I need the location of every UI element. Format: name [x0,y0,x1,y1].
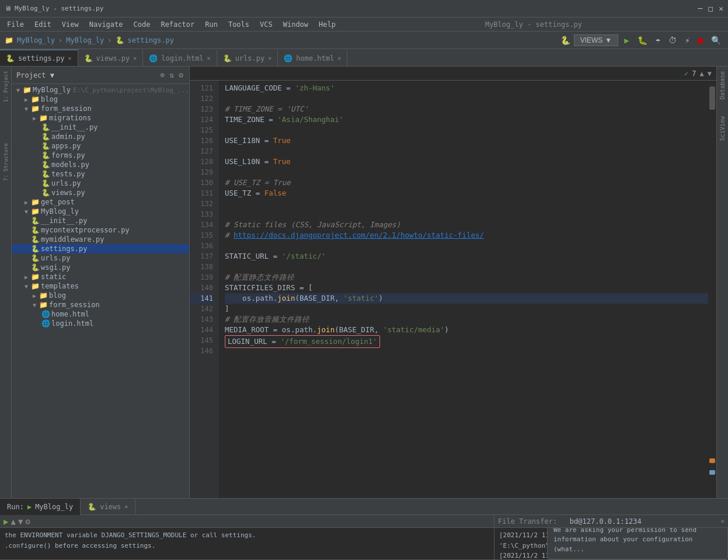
code-line-136 [225,241,708,251]
maximize-btn[interactable]: □ [708,4,713,13]
code-line-124: TIME_ZONE = 'Asia/Shanghai' [225,114,708,125]
close-btn[interactable]: ✕ [719,4,723,13]
database-label[interactable]: Database [719,71,726,99]
bottom-tab-run[interactable]: Run: ▶ MyBlog_ly [0,499,81,515]
tree-blog[interactable]: ▶ 📁 blog [12,95,189,104]
app-icon: 🖥 [5,5,11,12]
tab-urls-icon: 🐍 [223,54,232,62]
tab-home-close[interactable]: ✕ [337,55,341,61]
blog-folder-icon: 📁 [30,95,40,103]
tab-settings-label: settings.py [18,54,64,62]
tab-login[interactable]: 🌐 login.html ✕ [143,50,217,66]
tab-settings-close[interactable]: ✕ [68,55,71,61]
left-tool-project[interactable]: 1: Project [1,69,11,104]
tree-models-py[interactable]: 🐍 models.py [12,160,189,169]
forms-py-label: forms.py [51,151,85,159]
sciview-label[interactable]: SciView [719,116,726,141]
sidebar-add-btn[interactable]: ⊕ [159,69,166,81]
tree-tests-py[interactable]: 🐍 tests.py [12,169,189,179]
profile-btn[interactable]: ⏱ [666,34,679,46]
tree-wsgi-py[interactable]: 🐍 wsgi.py [12,263,189,272]
tree-root[interactable]: ▼ 📁 MyBlog_ly E:\C_python\project\MyBlog… [12,85,189,95]
menu-edit[interactable]: Edit [30,19,56,30]
tree-migrations[interactable]: ▶ 📁 migrations [12,113,189,123]
tab-login-close[interactable]: ✕ [207,55,211,61]
search-icon[interactable]: 🔍 [709,34,723,46]
tree-urls-fs-py[interactable]: 🐍 urls.py [12,179,189,188]
menu-run[interactable]: Run [200,19,222,30]
tree-blog-tpl[interactable]: ▶ 📁 blog [12,291,189,300]
tree-mymiddleware[interactable]: 🐍 mymiddleware.py [12,235,189,244]
sidebar-header: Project ▼ ⊕ ⇅ ⚙ [12,67,189,84]
nav-bar: 📁 MyBlog_ly › MyBlog_ly › 🐍 settings.py … [0,32,728,49]
tree-static[interactable]: ▶ 📁 static [12,272,189,281]
sidebar-settings-btn[interactable]: ⚙ [177,69,184,81]
breadcrumb-item-2[interactable]: MyBlog_ly [66,36,104,44]
tree-templates[interactable]: ▼ 📁 templates [12,281,189,291]
tree-myblog-ly[interactable]: ▼ 📁 MyBlog_ly [12,207,189,216]
tab-home[interactable]: 🌐 home.html ✕ [278,50,347,66]
run-settings-btn[interactable]: ⚙ [25,517,30,526]
editor-content: 121 122 123 124 125 126 127 128 129 130 … [190,81,716,498]
code-line-137: STATIC_URL = '/static/' [225,251,708,262]
menu-file[interactable]: File [2,19,29,30]
tree-settings-py[interactable]: 🐍 settings.py [12,244,189,253]
tree-mycontextprocessor[interactable]: 🐍 mycontextprocessor.py [12,225,189,235]
menu-tools[interactable]: Tools [224,19,254,30]
editor-scrollbar[interactable] [708,81,716,498]
coverage-btn[interactable]: ☂ [653,34,663,46]
tab-views-close[interactable]: ✕ [133,55,137,61]
tree-init-mb-py[interactable]: 🐍 __init__.py [12,216,189,225]
menu-navigate[interactable]: Navigate [85,19,128,30]
run-btn[interactable]: ▶ [622,34,631,46]
myblog-ly-arrow: ▼ [22,208,30,215]
tree-form-session-tpl[interactable]: ▼ 📁 form_session [12,300,189,309]
breadcrumb-item-1[interactable]: MyBlog_ly [17,36,55,44]
tree-init-py[interactable]: 🐍 __init__.py [12,123,189,132]
tab-urls-close[interactable]: ✕ [268,55,271,61]
stop-btn[interactable]: ■ [696,34,705,46]
menu-view[interactable]: View [57,19,83,30]
tab-urls[interactable]: 🐍 urls.py ✕ [217,50,278,66]
tree-forms-py[interactable]: 🐍 forms.py [12,151,189,160]
title-left: 🖥 MyBlog_ly - settings.py [5,5,103,12]
file-tree: ▼ 📁 MyBlog_ly E:\C_python\project\MyBlog… [12,84,189,498]
run-play-btn[interactable]: ▶ [4,517,8,526]
form-session-arrow: ▼ [22,106,30,112]
views-button[interactable]: VIEWS ▼ [574,34,619,46]
code-line-127 [225,146,708,156]
breadcrumb-sep-2: › [107,36,112,44]
menu-refactor[interactable]: Refactor [156,19,199,30]
left-tool-structure[interactable]: 7: Structure [1,141,11,183]
debug-btn[interactable]: 🐛 [635,34,650,46]
tree-admin-py[interactable]: 🐍 admin.py [12,132,189,141]
tab-settings[interactable]: 🐍 settings.py ✕ [0,50,78,66]
concurrency-btn[interactable]: ⚡ [682,34,692,46]
tree-urls-mb-py[interactable]: 🐍 urls.py [12,253,189,263]
menu-window[interactable]: Window [278,19,313,30]
wsgi-py-label: wsgi.py [41,263,71,272]
run-down-btn[interactable]: ▼ [18,517,23,526]
bottom-tab-views[interactable]: 🐍 views ✕ [81,499,135,515]
minimize-btn[interactable]: ─ [698,4,703,13]
code-editor[interactable]: LANGUAGE_CODE = 'zh-Hans' # TIME_ZONE = … [219,81,708,498]
tree-form-session[interactable]: ▼ 📁 form_session [12,104,189,113]
views-tab-close[interactable]: ✕ [124,503,128,510]
menu-code[interactable]: Code [129,19,155,30]
menu-vcs[interactable]: VCS [255,19,277,30]
form-session-tpl-label: form_session [49,301,100,309]
ft-close-btn[interactable]: ✕ [720,517,724,525]
tree-login-html[interactable]: 🌐 login.html [12,319,189,328]
tab-views[interactable]: 🐍 views.py ✕ [78,50,144,66]
menu-help[interactable]: Help [314,19,340,30]
sidebar-sync-btn[interactable]: ⇅ [168,69,175,81]
apps-py-label: apps.py [51,142,81,150]
tree-apps-py[interactable]: 🐍 apps.py [12,141,189,151]
run-up-btn[interactable]: ▲ [11,517,15,526]
run-output-line-1: the ENVIRONMENT variable DJANGO_SETTINGS… [5,530,489,541]
tree-get-post[interactable]: ▶ 📁 get_post [12,197,189,207]
tree-views-fs-py[interactable]: 🐍 views.py [12,188,189,197]
breadcrumb-item-3[interactable]: settings.py [128,36,174,44]
tree-home-html[interactable]: 🌐 home.html [12,309,189,319]
python-icon: 🐍 [560,36,570,45]
